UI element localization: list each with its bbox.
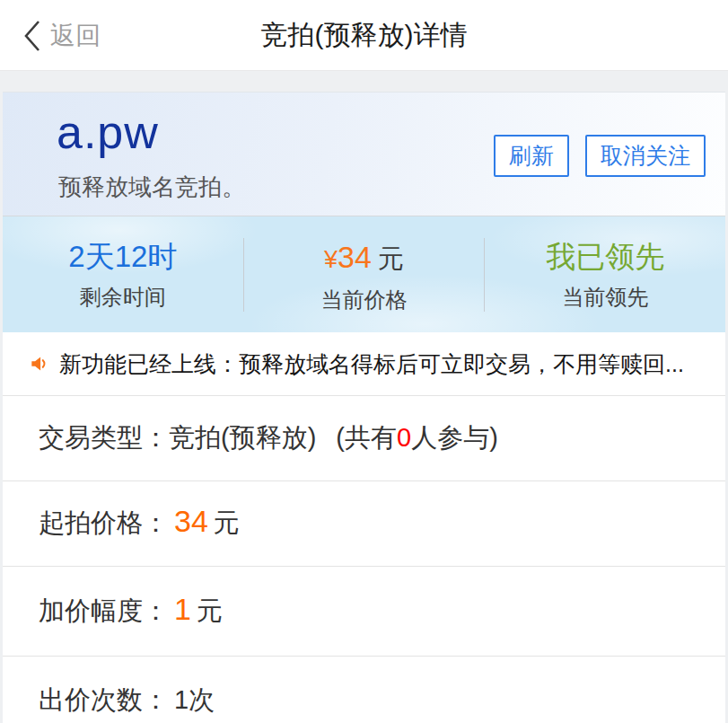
domain-card: a.pw 预释放域名竞拍。 刷新 取消关注 — [3, 92, 725, 216]
remaining-time-value: 2天12时 — [3, 239, 243, 275]
detail-list: 交易类型：竞拍(预释放)(共有0人参与) 起拍价格：34元 加价幅度：1元 出价… — [3, 396, 725, 723]
current-price-value: ¥34元 — [244, 239, 485, 278]
leader-label: 当前领先 — [485, 283, 725, 312]
row-trade-type: 交易类型：竞拍(预释放)(共有0人参与) — [3, 396, 725, 481]
start-price-amount: 34 — [174, 504, 208, 538]
stat-leader: 我已领先 当前领先 — [485, 216, 725, 332]
trade-type-label: 交易类型： — [39, 423, 169, 452]
participants-group: (共有0人参与) — [336, 423, 497, 452]
row-increment: 加价幅度：1元 — [3, 567, 725, 657]
currency-symbol: ¥ — [324, 246, 338, 273]
start-price-unit: 元 — [214, 508, 240, 537]
current-price-label: 当前价格 — [244, 286, 485, 314]
auction-stats: 2天12时 剩余时间 ¥34元 当前价格 我已领先 当前领先 — [3, 216, 725, 332]
notice-bar[interactable]: 新功能已经上线：预释放域名得标后可立即交易，不用等赎回... — [3, 332, 725, 396]
stat-current-price: ¥34元 当前价格 — [244, 216, 485, 332]
refresh-button[interactable]: 刷新 — [494, 135, 569, 177]
row-bid-count: 出价次数：1次 — [3, 657, 725, 723]
speaker-icon — [28, 352, 51, 375]
bid-count-label: 出价次数： — [39, 685, 169, 714]
header: 返回 竞拍(预释放)详情 — [0, 0, 728, 71]
domain-subtitle: 预释放域名竞拍。 — [58, 172, 245, 203]
card-buttons: 刷新 取消关注 — [478, 135, 706, 177]
increment-amount: 1 — [174, 592, 191, 626]
notice-text: 新功能已经上线：预释放域名得标后可立即交易，不用等赎回... — [59, 349, 684, 379]
domain-name: a.pw — [57, 105, 159, 159]
remaining-time-label: 剩余时间 — [3, 283, 243, 312]
participant-count: 0 — [397, 423, 411, 452]
increment-label: 加价幅度： — [39, 596, 169, 625]
header-gap — [0, 71, 728, 92]
row-start-price: 起拍价格：34元 — [3, 481, 725, 567]
start-price-label: 起拍价格： — [39, 508, 169, 537]
increment-unit: 元 — [197, 596, 223, 625]
leader-value: 我已领先 — [485, 239, 725, 275]
stat-remaining-time: 2天12时 剩余时间 — [3, 216, 243, 332]
page-title: 竞拍(预释放)详情 — [0, 0, 728, 71]
trade-type-value: 竞拍(预释放) — [169, 423, 316, 452]
unfollow-button[interactable]: 取消关注 — [585, 135, 706, 177]
bid-count-value: 1次 — [174, 685, 215, 714]
